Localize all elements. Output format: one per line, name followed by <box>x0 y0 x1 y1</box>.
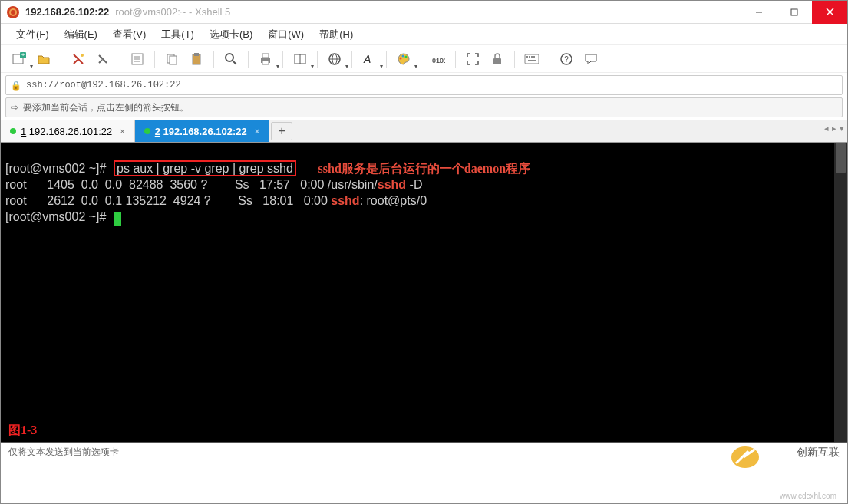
svg-text:0101: 0101 <box>432 57 445 64</box>
scrollbar-thumb[interactable] <box>836 143 846 173</box>
svg-point-18 <box>226 54 233 61</box>
open-session-icon[interactable] <box>33 48 54 70</box>
session-tab-2-active[interactable]: 2 192.168.26.102:22 × <box>135 120 269 142</box>
menu-tools[interactable]: 工具(T) <box>155 26 200 43</box>
figure-label: 图1-3 <box>8 423 37 437</box>
match-highlight: sshd <box>378 178 406 191</box>
match-highlight: sshd <box>331 194 359 207</box>
brand-name: 创新互联 <box>797 446 840 460</box>
menubar: 文件(F) 编辑(E) 查看(V) 工具(T) 选项卡(B) 窗口(W) 帮助(… <box>1 24 847 45</box>
keyboard-icon[interactable] <box>521 48 543 70</box>
layout-icon[interactable]: ▾ <box>289 48 311 70</box>
encoding-icon[interactable]: ▾ <box>324 48 345 70</box>
menu-file[interactable]: 文件(F) <box>10 26 55 43</box>
prompt: [root@vms002 ~]# <box>5 162 106 175</box>
session-tab-1[interactable]: 1 192.168.26.101:22 × <box>1 120 135 142</box>
svg-text:+: + <box>21 52 25 58</box>
status-bar: 仅将文本发送到当前选项卡 创新互联 <box>1 443 847 473</box>
paste-icon[interactable] <box>186 48 207 70</box>
highlighted-command: ps aux | grep -v grep | grep sshd <box>114 160 296 176</box>
svg-rect-39 <box>528 60 536 61</box>
maximize-button[interactable] <box>777 1 812 24</box>
close-button[interactable] <box>812 1 847 24</box>
hint-bar: ⇨ 要添加当前会话，点击左侧的箭头按钮。 <box>5 97 843 117</box>
script-icon[interactable]: 0101 <box>427 48 449 70</box>
svg-point-30 <box>402 54 404 57</box>
menu-edit[interactable]: 编辑(E) <box>58 26 104 43</box>
tab-nav: ◂ ▸ ▾ <box>824 124 844 133</box>
svg-rect-21 <box>262 54 269 58</box>
help-icon[interactable]: ? <box>556 48 577 70</box>
status-text: 仅将文本发送到当前选项卡 <box>8 446 119 459</box>
reconnect-icon[interactable] <box>68 48 89 70</box>
tab-strip: 1 192.168.26.101:22 × 2 192.168.26.102:2… <box>1 120 847 143</box>
properties-icon[interactable] <box>127 48 148 70</box>
address-url: ssh://root@192.168.26.102:22 <box>26 80 181 91</box>
menu-tabs[interactable]: 选项卡(B) <box>203 26 259 43</box>
prompt: [root@vms002 ~]# <box>5 210 106 223</box>
tab2-label: 192.168.26.102:22 <box>163 126 247 137</box>
disconnect-icon[interactable] <box>92 48 114 70</box>
status-dot-connected-icon <box>10 128 16 134</box>
terminal-scrollbar[interactable] <box>834 143 847 442</box>
arrow-icon[interactable]: ⇨ <box>11 102 18 113</box>
hint-text: 要添加当前会话，点击左侧的箭头按钮。 <box>23 101 189 114</box>
color-scheme-icon[interactable]: ▾ <box>393 48 414 70</box>
print-icon[interactable]: ▾ <box>255 48 276 70</box>
svg-rect-37 <box>531 56 533 58</box>
fullscreen-icon[interactable] <box>462 48 483 70</box>
find-icon[interactable] <box>220 48 242 70</box>
copy-icon[interactable] <box>161 48 183 70</box>
svg-rect-38 <box>533 56 535 58</box>
tab1-label: 192.168.26.101:22 <box>29 126 112 137</box>
menu-view[interactable]: 查看(V) <box>107 26 152 43</box>
svg-point-1 <box>11 10 15 15</box>
toolbar: +▾ ▾ ▾ ▾ A▾ ▾ 0101 ? <box>1 45 847 73</box>
output-row: root 1405 0.0 0.0 82488 3560 ? Ss 17:57 … <box>5 178 378 191</box>
tab-menu-icon[interactable]: ▾ <box>840 124 844 133</box>
feedback-icon[interactable] <box>580 48 602 70</box>
svg-line-19 <box>233 61 236 64</box>
svg-rect-34 <box>525 54 539 64</box>
svg-point-9 <box>81 54 84 57</box>
window-subtitle: root@vms002:~ - Xshell 5 <box>115 6 230 18</box>
svg-rect-17 <box>194 53 199 56</box>
tab-next-icon[interactable]: ▸ <box>832 124 836 133</box>
svg-point-31 <box>405 55 408 58</box>
menu-help[interactable]: 帮助(H) <box>313 26 359 43</box>
output-row: root 2612 0.0 0.1 135212 4924 ? Ss 18:01… <box>5 194 331 207</box>
tab-close-icon[interactable]: × <box>120 127 124 136</box>
window-title: 192.168.26.102:22 <box>25 6 109 18</box>
add-tab-button[interactable]: + <box>271 122 292 140</box>
svg-rect-3 <box>791 9 797 15</box>
svg-rect-35 <box>526 56 528 58</box>
minimize-button[interactable] <box>741 1 777 24</box>
svg-rect-15 <box>170 56 177 64</box>
titlebar: 192.168.26.102:22 root@vms002:~ - Xshell… <box>1 1 847 24</box>
menu-window[interactable]: 窗口(W) <box>262 26 310 43</box>
svg-text:?: ? <box>564 55 569 64</box>
protocol-lock-icon: 🔒 <box>11 81 21 91</box>
annotation-text: sshd服务是后台运行的一个daemon程序 <box>318 162 530 175</box>
svg-rect-22 <box>262 61 269 64</box>
lock-icon[interactable] <box>487 48 508 70</box>
new-session-icon[interactable]: +▾ <box>8 48 30 70</box>
tab-close-icon[interactable]: × <box>255 127 259 136</box>
cursor-icon <box>114 212 121 226</box>
status-dot-connected-icon <box>144 128 150 134</box>
terminal-output[interactable]: [root@vms002 ~]# ps aux | grep -v grep |… <box>1 143 847 443</box>
svg-rect-33 <box>493 58 501 64</box>
watermark-logo-icon <box>712 443 778 472</box>
brand-url: www.cdcxhl.com <box>780 492 836 500</box>
svg-text:A: A <box>363 53 371 65</box>
app-icon <box>7 6 19 18</box>
address-bar[interactable]: 🔒 ssh://root@192.168.26.102:22 <box>5 75 843 95</box>
tab-prev-icon[interactable]: ◂ <box>824 124 829 133</box>
svg-point-29 <box>400 57 402 59</box>
font-icon[interactable]: A▾ <box>358 48 380 70</box>
svg-rect-36 <box>529 56 530 58</box>
